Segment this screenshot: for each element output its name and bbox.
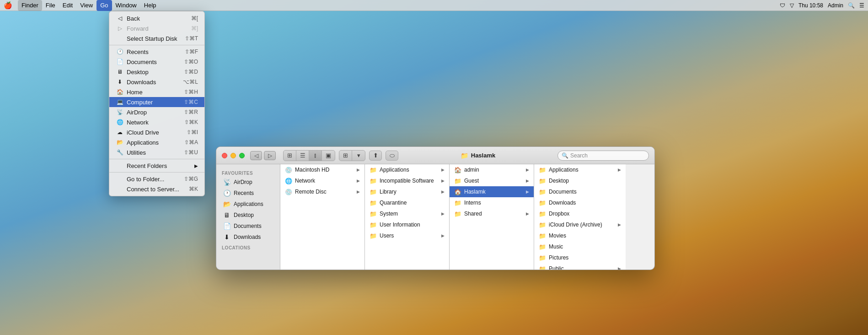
col4-icloud[interactable]: 📁 iCloud Drive (Archive) ▶: [534, 219, 626, 230]
go-downloads-item[interactable]: ⬇ Downloads ⌥⌘L: [109, 77, 204, 87]
gallery-view-button[interactable]: ▣: [322, 151, 335, 161]
sidebar-item-desktop[interactable]: 🖥 Desktop: [218, 210, 278, 221]
go-airdrop-icon: 📡: [116, 108, 124, 116]
share-button[interactable]: ⬆: [369, 151, 382, 161]
col2-user-info[interactable]: 📁 User Information: [365, 219, 449, 230]
finder-title-text: Haslamk: [471, 152, 495, 159]
go-desktop-icon: 🖥: [116, 68, 124, 76]
col4-public[interactable]: 📁 Public ▶: [534, 263, 626, 270]
go-network-icon: 🌐: [116, 119, 124, 126]
go-home-item[interactable]: 🏠 Home ⇧⌘H: [109, 87, 204, 97]
go-to-folder-shortcut: ⇧⌘G: [184, 176, 198, 182]
go-recents-icon: 🕐: [116, 48, 124, 55]
col2-system[interactable]: 📁 System ▶: [365, 208, 449, 219]
col4-dropbox[interactable]: 📁 Dropbox: [534, 208, 626, 219]
arrange-dropdown-button[interactable]: ▾: [352, 151, 365, 161]
col4-applications[interactable]: 📁 Applications ▶: [534, 164, 626, 175]
col2-quarantine-icon: 📁: [370, 200, 377, 206]
col1-remote-label: Remote Disc: [295, 189, 354, 195]
col3-haslamk[interactable]: 🏠 Haslamk ▶: [450, 186, 534, 197]
help-menu[interactable]: Help: [140, 0, 160, 11]
go-icloud-item[interactable]: ☁ iCloud Drive ⇧⌘I: [109, 127, 204, 137]
col4-icloud-arrow-icon: ▶: [618, 222, 621, 227]
col3-admin[interactable]: 🏠 admin ▶: [450, 164, 534, 175]
col3-interns[interactable]: 📁 Interns: [450, 197, 534, 208]
go-startup-icon: [116, 35, 124, 42]
go-network-item[interactable]: 🌐 Network ⇧⌘K: [109, 117, 204, 127]
documents-icon: 📄: [223, 222, 231, 230]
col2-quarantine[interactable]: 📁 Quarantine: [365, 197, 449, 208]
col4-applications-icon: 📁: [539, 167, 546, 173]
file-menu[interactable]: File: [42, 0, 59, 11]
tags-button[interactable]: ⬭: [386, 151, 398, 161]
sidebar-item-applications[interactable]: 📂 Applications: [218, 199, 278, 210]
sidebar-item-recents[interactable]: 🕐 Recents: [218, 188, 278, 199]
col2-incompatible[interactable]: 📁 Incompatible Software ▶: [365, 175, 449, 186]
search-icon[interactable]: 🔍: [848, 2, 855, 9]
finder-nav-buttons: ◁ ▷: [250, 151, 276, 160]
col4-documents-icon: 📁: [539, 189, 546, 195]
sidebar-item-airdrop[interactable]: 📡 AirDrop: [218, 177, 278, 188]
col3-haslamk-arrow-icon: ▶: [526, 189, 529, 194]
go-applications-item[interactable]: 📂 Applications ⇧⌘A: [109, 137, 204, 147]
list-view-button[interactable]: ☰: [296, 151, 309, 161]
finder-menu[interactable]: Finder: [18, 0, 42, 11]
go-documents-item[interactable]: 📄 Documents ⇧⌘O: [109, 57, 204, 67]
macintosh-hd-label: Macintosh HD: [295, 167, 354, 173]
edit-menu[interactable]: Edit: [59, 0, 76, 11]
go-recents-item[interactable]: 🕐 Recents ⇧⌘F: [109, 47, 204, 57]
icon-view-button[interactable]: ⊞: [284, 151, 296, 161]
col4-downloads[interactable]: 📁 Downloads: [534, 197, 626, 208]
go-menu-trigger[interactable]: Go: [96, 0, 112, 11]
go-airdrop-item[interactable]: 📡 AirDrop ⇧⌘R: [109, 107, 204, 117]
col2-applications[interactable]: 📁 Applications ▶: [365, 164, 449, 175]
col2-users[interactable]: 📁 Users ▶: [365, 230, 449, 241]
go-recents-label: Recents: [127, 49, 185, 55]
go-connect-server-item[interactable]: Connect to Server... ⌘K: [109, 184, 204, 194]
sidebar-item-documents[interactable]: 📄 Documents: [218, 221, 278, 232]
col1-remote-disc[interactable]: 💿 Remote Disc ▶: [280, 186, 364, 197]
minimize-button[interactable]: [230, 153, 236, 158]
col3-guest[interactable]: 📁 Guest ▶: [450, 175, 534, 186]
go-forward-label: Forward: [127, 25, 191, 32]
col4-desktop[interactable]: 📁 Desktop: [534, 175, 626, 186]
go-documents-label: Documents: [127, 59, 184, 65]
maximize-button[interactable]: [239, 153, 245, 158]
column-view-button[interactable]: ⫿: [309, 151, 322, 161]
go-startup-item[interactable]: Select Startup Disk ⇧⌘T: [109, 33, 204, 43]
col4-pictures[interactable]: 📁 Pictures: [534, 252, 626, 263]
finder-column-3: 🏠 admin ▶ 📁 Guest ▶ 🏠 Haslamk ▶ 📁 Intern…: [450, 164, 534, 270]
col4-movies[interactable]: 📁 Movies: [534, 230, 626, 241]
go-recent-folders-item[interactable]: Recent Folders ▶: [109, 161, 204, 171]
go-to-folder-item[interactable]: Go to Folder... ⇧⌘G: [109, 174, 204, 184]
col1-macintosh-hd[interactable]: 💿 Macintosh HD ▶: [280, 164, 364, 175]
finder-search-bar[interactable]: 🔍 Search: [557, 151, 649, 161]
col1-network[interactable]: 🌐 Network ▶: [280, 175, 364, 186]
col2-library[interactable]: 📁 Library ▶: [365, 186, 449, 197]
arrange-button[interactable]: ⊞: [339, 151, 352, 161]
traffic-lights: [222, 153, 245, 158]
apple-logo-icon[interactable]: 🍎: [4, 1, 12, 10]
go-computer-item[interactable]: 💻 Computer ⇧⌘C: [109, 97, 204, 107]
view-menu[interactable]: View: [76, 0, 96, 11]
window-menu[interactable]: Window: [112, 0, 140, 11]
col4-documents[interactable]: 📁 Documents: [534, 186, 626, 197]
go-connect-server-label: Connect to Server...: [127, 186, 189, 193]
go-utilities-item[interactable]: 🔧 Utilities ⇧⌘U: [109, 147, 204, 157]
control-strip-icon[interactable]: ☰: [859, 2, 864, 9]
favourites-section-label: Favourites: [216, 168, 280, 177]
go-to-folder-label: Go to Folder...: [127, 176, 184, 183]
go-back-item[interactable]: ◁ Back ⌘[: [109, 13, 204, 23]
col4-music[interactable]: 📁 Music: [534, 241, 626, 252]
go-network-shortcut: ⇧⌘K: [184, 119, 198, 125]
forward-button[interactable]: ▷: [264, 151, 276, 160]
go-desktop-item[interactable]: 🖥 Desktop ⇧⌘D: [109, 67, 204, 77]
back-button[interactable]: ◁: [250, 151, 262, 160]
col4-movies-icon: 📁: [539, 232, 546, 239]
col2-users-arrow-icon: ▶: [441, 233, 445, 238]
col3-shared[interactable]: 📁 Shared ▶: [450, 208, 534, 219]
close-button[interactable]: [222, 153, 227, 158]
col1-network-label: Network: [295, 178, 354, 184]
sidebar-item-downloads[interactable]: ⬇ Downloads: [218, 232, 278, 243]
menubar: 🍎 Finder File Edit View Go Window Help 🛡…: [0, 0, 868, 11]
